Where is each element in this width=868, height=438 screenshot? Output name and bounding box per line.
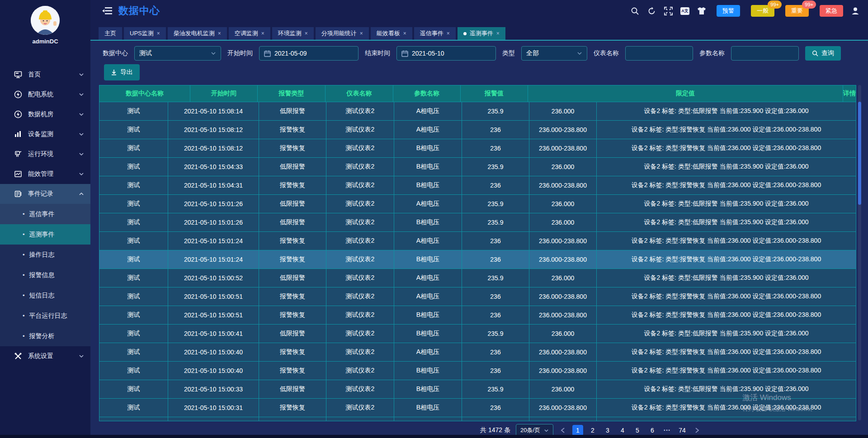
page-button[interactable]: 74 xyxy=(677,425,688,436)
table-row[interactable]: 测试 2021-05-10 15:00:41 低限报警 测试仪表2 B相电压 2… xyxy=(99,324,856,343)
alarm-level-button[interactable]: 重要99+ xyxy=(785,5,809,17)
cell-start-time: 2021-05-10 15:00:33 xyxy=(168,380,259,398)
user-icon[interactable] xyxy=(851,6,860,15)
menu-collapse-icon[interactable] xyxy=(102,7,112,15)
table-row[interactable]: 测试 2021-05-10 15:01:24 报警恢复 测试仪表2 B相电压 2… xyxy=(99,250,856,268)
tab[interactable]: 主页 × xyxy=(99,27,122,40)
sidebar-subitem[interactable]: 报警分析 xyxy=(0,326,90,346)
sidebar-item-energy[interactable]: 能效管理 xyxy=(0,164,90,184)
close-icon[interactable]: × xyxy=(447,30,450,37)
meter-name-field xyxy=(625,46,693,61)
sidebar-subitem[interactable]: 平台运行日志 xyxy=(0,306,90,326)
search-icon[interactable] xyxy=(630,6,639,15)
cell-detail: 设备2 标签: 类型:报警恢复 当前值:236.000 设定值:236.000-… xyxy=(597,121,856,139)
page-button[interactable]: ••• xyxy=(662,425,673,436)
cell-detail: 设备2 标签: 类型:低限报警 当前值:235.900 设定值:236.000 xyxy=(597,158,856,176)
table-row[interactable]: 测试 2021-05-10 15:00:51 报警恢复 测试仪表2 A相电压 2… xyxy=(99,287,856,306)
search-icon xyxy=(812,50,818,57)
start-date-input[interactable]: 2021-05-09 xyxy=(259,46,359,61)
tab[interactable]: 遥信事件 × xyxy=(414,27,456,40)
table-row[interactable]: 测试 2021-05-10 15:01:26 低限报警 测试仪表2 A相电压 2… xyxy=(99,194,856,213)
datacenter-select[interactable]: 测试 xyxy=(134,46,221,61)
cell-detail: 设备2 标签: 类型:报警恢复 当前值:236.000 设定值:236.000-… xyxy=(597,139,856,157)
avatar[interactable] xyxy=(31,6,60,35)
cell-meter-name: 测试仪表2 xyxy=(326,343,394,361)
table-row[interactable]: 测试 2021-05-10 15:00:52 低限报警 测试仪表2 A相电压 2… xyxy=(99,268,856,287)
sidebar-item-event-records[interactable]: 事件记录 xyxy=(0,184,90,204)
sidebar-item-device-monitor[interactable]: 设备监测 xyxy=(0,124,90,144)
cell-start-time: 2021-05-10 15:00:40 xyxy=(168,343,259,361)
tab[interactable]: 柴油发电机监测 × xyxy=(168,27,227,40)
param-name-input[interactable] xyxy=(736,49,794,57)
alarm-level-button[interactable]: 一般99+ xyxy=(751,5,774,17)
page-button[interactable]: 1 xyxy=(572,425,583,436)
close-icon[interactable]: × xyxy=(360,30,363,37)
table-row[interactable]: 测试 2021-05-10 15:00:33 低限报警 测试仪表2 B相电压 2… xyxy=(99,380,856,398)
sidebar-subitem[interactable]: 报警信息 xyxy=(0,265,90,285)
close-icon[interactable]: × xyxy=(403,30,406,37)
tab[interactable]: 遥测事件 × xyxy=(458,27,505,40)
table-row[interactable]: 测试 2021-05-10 15:08:12 报警恢复 测试仪表2 B相电压 2… xyxy=(99,139,856,157)
tab[interactable]: 环境监测 × xyxy=(272,27,314,40)
theme-icon[interactable] xyxy=(697,6,706,15)
table-row[interactable]: 测试 2021-05-10 15:01:26 低限报警 测试仪表2 B相电压 2… xyxy=(99,213,856,231)
close-icon[interactable]: × xyxy=(157,30,160,37)
table-row[interactable]: 测试 2021-05-10 15:00:51 报警恢复 测试仪表2 B相电压 2… xyxy=(99,306,856,324)
datacenter-select-value: 测试 xyxy=(139,49,152,57)
sidebar-subitem[interactable]: 遥信事件 xyxy=(0,204,90,224)
scrollbar-thumb[interactable] xyxy=(858,102,861,205)
sidebar-subitem[interactable]: 遥测事件 xyxy=(0,224,90,245)
close-icon[interactable]: × xyxy=(496,30,500,37)
table-row[interactable]: 测试 2021-05-10 15:04:33 低限报警 测试仪表2 B相电压 2… xyxy=(99,157,856,176)
page-button[interactable]: 3 xyxy=(602,425,613,436)
type-select[interactable]: 全部 xyxy=(521,46,587,61)
alarm-level-button[interactable]: 预警 xyxy=(717,5,740,17)
table-scrollbar[interactable] xyxy=(858,85,861,420)
chevron-up-icon xyxy=(79,191,84,197)
table-row[interactable]: 测试 2021-05-10 15:01:24 报警恢复 测试仪表2 A相电压 2… xyxy=(99,231,856,250)
page-button[interactable]: 6 xyxy=(647,425,658,436)
end-date-input[interactable]: 2021-05-10 xyxy=(396,46,496,61)
refresh-icon[interactable] xyxy=(647,6,656,15)
sidebar-item-power-distribution[interactable]: 配电系统 xyxy=(0,85,90,104)
close-icon[interactable]: × xyxy=(218,30,221,37)
close-icon[interactable]: × xyxy=(305,30,308,37)
tab[interactable]: UPS监测 × xyxy=(124,27,166,40)
sidebar-subitem-label: 遥信事件 xyxy=(29,210,55,218)
translate-icon[interactable]: A文 xyxy=(680,6,689,15)
table-row[interactable]: 测试 2021-05-10 15:00:31 报警恢复 测试仪表2 B相电压 2… xyxy=(99,398,856,417)
sidebar-subitem[interactable]: 短信日志 xyxy=(0,285,90,306)
page-button[interactable]: 5 xyxy=(632,425,643,436)
sidebar-item-home[interactable]: 首页 xyxy=(0,65,90,85)
table-row[interactable]: 测试 2021-05-10 15:00:40 报警恢复 测试仪表2 B相电压 2… xyxy=(99,361,856,380)
close-icon[interactable]: × xyxy=(261,30,264,37)
tab[interactable]: 空调监测 × xyxy=(229,27,270,40)
export-button[interactable]: 导出 xyxy=(104,64,140,80)
page-title: 数据中心 xyxy=(118,4,160,18)
page-button[interactable]: 2 xyxy=(587,425,598,436)
table-row[interactable]: 测试 2021-05-10 15:00:40 报警恢复 测试仪表2 A相电压 2… xyxy=(99,343,856,361)
search-button[interactable]: 查询 xyxy=(805,46,841,61)
sidebar-item-label: 首页 xyxy=(28,71,41,79)
sidebar-item-settings[interactable]: 系统设置 xyxy=(0,346,90,366)
fullscreen-icon[interactable] xyxy=(664,6,673,15)
tab[interactable]: 分项用能统计 × xyxy=(316,27,369,40)
alarm-level-button[interactable]: 紧急 xyxy=(820,5,843,17)
cell-datacenter: 测试 xyxy=(99,269,168,287)
table-row[interactable]: 测试 2021-05-10 15:08:12 报警恢复 测试仪表2 A相电压 2… xyxy=(99,120,856,139)
table-row[interactable]: 测试 2021-05-10 15:08:14 低限报警 测试仪表2 A相电压 2… xyxy=(99,102,856,120)
cell-datacenter: 测试 xyxy=(99,287,168,306)
sidebar-item-environment[interactable]: 运行环境 xyxy=(0,144,90,164)
cell-alarm-type: 报警恢复 xyxy=(259,399,326,417)
sidebar-subitem[interactable]: 操作日志 xyxy=(0,245,90,265)
cell-limit-value: 236.000-238.800 xyxy=(529,121,597,139)
table-row[interactable]: 测试 2021-05-10 15:04:31 报警恢复 测试仪表2 B相电压 2… xyxy=(99,176,856,194)
meter-name-input[interactable] xyxy=(630,49,688,57)
page-button[interactable]: 4 xyxy=(617,425,628,436)
tab[interactable]: 能效看板 × xyxy=(371,27,412,40)
sidebar-item-label: 设备监测 xyxy=(28,130,53,138)
sidebar-item-data-room[interactable]: 数据机房 xyxy=(0,104,90,124)
device-monitor-icon xyxy=(14,130,23,139)
cell-meter-name: 测试仪表2 xyxy=(326,325,394,343)
table-row[interactable]: 测试 2021-05-10 15:00:29 低限报警 测试仪表2 A相电压 2… xyxy=(99,417,856,421)
